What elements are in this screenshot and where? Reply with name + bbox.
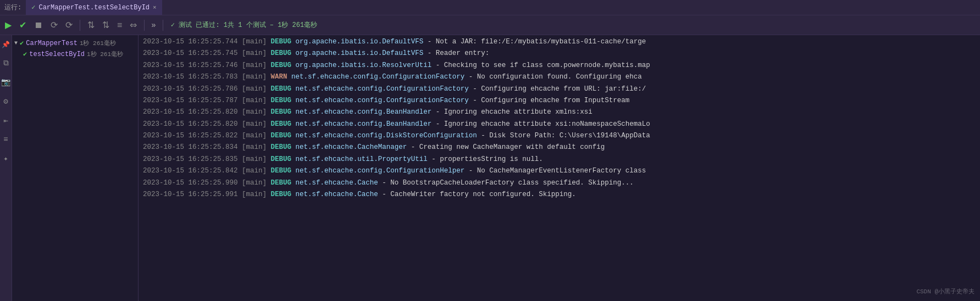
log-message: - Ignoring ehcache attribute xsi:noNames… — [436, 120, 650, 128]
log-level: DEBUG — [271, 132, 292, 140]
side-icon-list[interactable]: ≡ — [1, 133, 10, 146]
side-icon-back[interactable]: ⇤ — [1, 114, 10, 127]
sort-icon: ⇅ — [87, 20, 95, 30]
log-level: DEBUG — [271, 97, 292, 104]
log-level: WARN — [271, 73, 287, 81]
log-line: 2023-10-15 16:25:25.820 [main] DEBUG net… — [139, 119, 980, 130]
side-icon-star[interactable]: ✦ — [1, 152, 10, 165]
log-level: DEBUG — [271, 120, 292, 128]
log-line: 2023-10-15 16:25:25.990 [main] DEBUG net… — [139, 177, 980, 189]
log-timestamp: 2023-10-15 16:25:25.822 — [143, 132, 238, 140]
separator-3 — [163, 20, 163, 31]
tree-child-item[interactable]: ✔ testSelectById 1秒 261毫秒 — [12, 49, 138, 59]
log-message: - Configuring ehcache from URL: jar:file… — [473, 85, 646, 93]
log-line: 2023-10-15 16:25:25.991 [main] DEBUG net… — [139, 189, 980, 200]
log-thread: [main] — [242, 108, 267, 116]
log-thread: [main] — [242, 132, 267, 140]
log-line: 2023-10-15 16:25:25.744 [main] DEBUG org… — [139, 36, 980, 48]
log-message: - Ignoring ehcache attribute xmlns:xsi — [436, 108, 593, 116]
log-timestamp: 2023-10-15 16:25:25.783 — [143, 73, 238, 81]
log-level: DEBUG — [271, 143, 292, 151]
log-thread: [main] — [242, 38, 267, 46]
log-timestamp: 2023-10-15 16:25:25.990 — [143, 179, 238, 187]
log-timestamp: 2023-10-15 16:25:25.820 — [143, 120, 238, 128]
tree-root-item[interactable]: ▼ ✔ CarMapperTest 1秒 261毫秒 — [12, 37, 138, 49]
log-class: net.sf.ehcache.Cache — [296, 179, 378, 187]
log-class: net.sf.ehcache.config.BeanHandler — [296, 120, 432, 128]
stop-icon: ⏹ — [34, 20, 43, 30]
log-message: - No BootstrapCacheLoaderFactory class s… — [382, 179, 634, 187]
rerun-failed-icon: ⟳ — [65, 20, 73, 30]
log-class: net.sf.ehcache.config.ConfigurationFacto… — [291, 73, 464, 81]
log-thread: [main] — [242, 62, 267, 69]
log-thread: [main] — [242, 97, 267, 104]
log-message: - Checking to see if class com.powernode… — [436, 62, 650, 69]
tree-expand-icon: ▼ — [14, 40, 18, 46]
log-class: net.sf.ehcache.config.ConfigurationFacto… — [296, 97, 469, 104]
log-level: DEBUG — [271, 85, 292, 93]
log-class: net.sf.ehcache.config.ConfigurationHelpe… — [296, 167, 465, 175]
tree-child-check-icon: ✔ — [23, 50, 27, 58]
side-icon-camera[interactable]: 📷 — [0, 75, 13, 89]
log-timestamp: 2023-10-15 16:25:25.834 — [143, 143, 238, 151]
separator-2 — [144, 20, 145, 31]
log-message: - CacheWriter factory not configured. Sk… — [382, 191, 576, 198]
active-tab[interactable]: ✓ CarMapperTest.testSelectById × — [26, 0, 162, 15]
log-message: - Not a JAR: file:/E:/mybatis/mybatis-01… — [428, 38, 646, 46]
log-class: net.sf.ehcache.config.DiskStoreConfigura… — [296, 132, 477, 140]
log-message: - Configuring ehcache from InputStream — [473, 97, 629, 104]
log-line: 2023-10-15 16:25:25.786 [main] DEBUG net… — [139, 83, 980, 95]
filter-icon: ⇅ — [102, 20, 109, 30]
log-timestamp: 2023-10-15 16:25:25.746 — [143, 62, 238, 69]
log-message: - No configuration found. Configuring eh… — [469, 73, 642, 81]
filter-button[interactable]: ⇅ — [99, 19, 112, 31]
expand-button[interactable]: ⇔ — [127, 19, 140, 31]
tree-child-time: 1秒 261毫秒 — [87, 50, 123, 58]
tree-root-time: 1秒 261毫秒 — [80, 39, 116, 47]
test-tree: ▼ ✔ CarMapperTest 1秒 261毫秒 ✔ testSelectB… — [12, 35, 139, 301]
log-message: - propertiesString is null. — [431, 155, 543, 163]
log-thread: [main] — [242, 143, 267, 151]
log-class: org.apache.ibatis.io.DefaultVFS — [296, 38, 424, 46]
main-content: 📌 ⧉ 📷 ⚙ ⇤ ≡ ✦ ▼ ✔ CarMapperTest 1秒 261毫秒… — [0, 35, 980, 301]
run-label: 运行: — [0, 3, 26, 12]
side-icon-pin[interactable]: 📌 — [0, 38, 12, 51]
sort-button[interactable]: ⇅ — [85, 19, 97, 31]
side-icon-gear[interactable]: ⚙ — [1, 94, 10, 108]
log-thread: [main] — [242, 73, 267, 81]
tree-child-label: testSelectById — [29, 51, 85, 58]
side-icon-structure[interactable]: ⧉ — [1, 57, 11, 70]
tree-check-icon: ✔ — [20, 39, 24, 47]
log-thread: [main] — [242, 167, 267, 175]
log-thread: [main] — [242, 191, 267, 198]
log-level: DEBUG — [271, 167, 292, 175]
close-tab-button[interactable]: × — [153, 4, 157, 11]
log-timestamp: 2023-10-15 16:25:25.745 — [143, 49, 238, 57]
rerun-button[interactable]: ⟳ — [48, 19, 60, 31]
tab-bar: 运行: ✓ CarMapperTest.testSelectById × — [0, 0, 980, 15]
rerun-icon: ⟳ — [51, 20, 58, 30]
expand-icon: ⇔ — [130, 20, 137, 30]
check-icon: ✔ — [19, 20, 26, 30]
log-timestamp: 2023-10-15 16:25:25.842 — [143, 167, 238, 175]
align-button[interactable]: ≡ — [114, 19, 125, 31]
log-class: net.sf.ehcache.config.ConfigurationFacto… — [296, 85, 469, 93]
log-thread: [main] — [242, 179, 267, 187]
log-thread: [main] — [242, 120, 267, 128]
stop-button[interactable]: ⏹ — [31, 19, 46, 31]
log-message: - Reader entry: — [428, 49, 490, 57]
log-line: 2023-10-15 16:25:25.834 [main] DEBUG net… — [139, 142, 980, 153]
check-button[interactable]: ✔ — [16, 19, 29, 31]
rerun-failed-button[interactable]: ⟳ — [63, 19, 75, 31]
log-thread: [main] — [242, 49, 267, 57]
separator-1 — [80, 20, 80, 31]
watermark: CSDN @小黑子史帝夫 — [916, 287, 975, 296]
log-level: DEBUG — [271, 108, 292, 116]
run-button[interactable]: ▶ — [2, 19, 14, 31]
log-line: 2023-10-15 16:25:25.746 [main] DEBUG org… — [139, 60, 980, 71]
more-icon[interactable]: » — [149, 20, 158, 31]
log-line: 2023-10-15 16:25:25.835 [main] DEBUG net… — [139, 154, 980, 165]
log-timestamp: 2023-10-15 16:25:25.787 — [143, 97, 238, 104]
log-line: 2023-10-15 16:25:25.822 [main] DEBUG net… — [139, 130, 980, 142]
log-thread: [main] — [242, 155, 267, 163]
